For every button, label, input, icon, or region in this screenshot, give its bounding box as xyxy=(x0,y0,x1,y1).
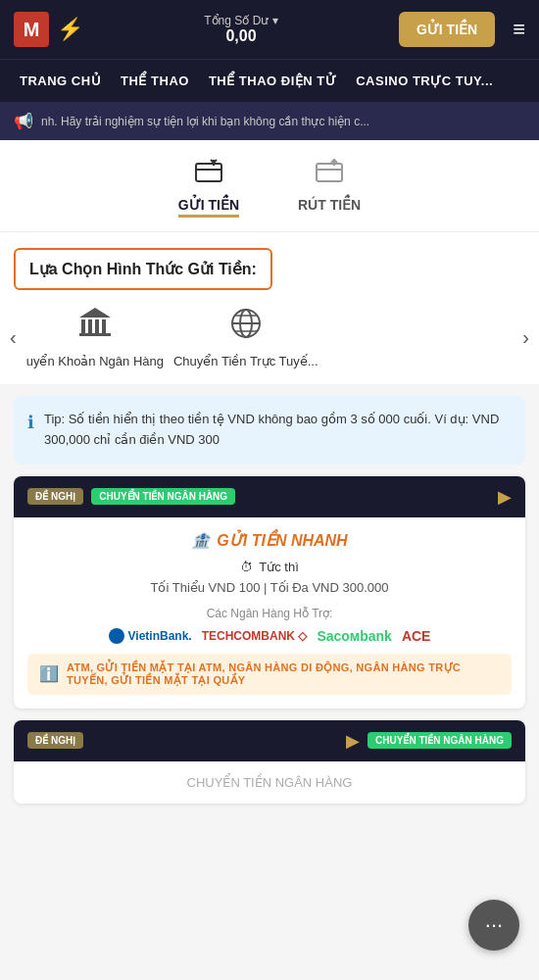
vietinbank-text: VietinBank. xyxy=(128,629,192,643)
section-label-wrap: Lựa Chọn Hình Thức Gửi Tiền: xyxy=(0,232,539,298)
badge-recommended-2: ĐỀ NGHỊ xyxy=(27,732,83,749)
balance-amount: 0,00 xyxy=(204,27,277,45)
card-2-corner: ▶ xyxy=(346,730,360,752)
tab-rut-tien[interactable]: RÚT TIỀN xyxy=(298,158,361,218)
svg-rect-6 xyxy=(81,319,85,333)
bank-techcombank: TECHCOMBANK ◇ xyxy=(202,629,308,643)
svg-rect-3 xyxy=(317,164,342,181)
max-amount: Tối Đa VND 300.000 xyxy=(270,580,389,595)
min-amount: Tối Thiểu VND 100 xyxy=(151,580,261,595)
card-2-content-placeholder: CHUYỂN TIỀN NGÂN HÀNG xyxy=(187,775,353,790)
badge-transfer-2: CHUYỂN TIỀN NGÂN HÀNG xyxy=(368,732,512,749)
nav-esports[interactable]: THỂ THAO ĐIỆN TỬ xyxy=(199,60,346,102)
card-corner-icon: ▶ xyxy=(498,486,512,508)
bank-sacombank: Sacoмbank xyxy=(317,628,392,644)
deposit-withdraw-tabs: GỬI TIỀN RÚT TIỀN xyxy=(0,140,539,232)
svg-rect-8 xyxy=(95,319,99,333)
card-title-bank-icon: 🏦 xyxy=(191,531,211,550)
deposit-button[interactable]: GỬI TIỀN xyxy=(399,12,495,47)
svg-rect-0 xyxy=(196,164,221,181)
speed-label: Tức thì xyxy=(259,560,299,574)
tip-text: Tip: Số tiền hiển thị theo tiền tệ VND k… xyxy=(44,410,512,451)
vietinbank-circle xyxy=(109,628,124,644)
nav-casino[interactable]: CASINO TRỰC TUY... xyxy=(346,60,503,102)
svg-rect-7 xyxy=(88,319,92,333)
badge-recommended: ĐỀ NGHỊ xyxy=(27,488,83,505)
banner-text: nh. Hãy trải nghiệm sự tiện lợi khi bạn … xyxy=(41,115,369,128)
svg-rect-9 xyxy=(102,319,106,333)
logo-flash: ⚡ xyxy=(57,17,83,42)
atm-info-text: ATM, GỬI TIỀN MẶT TẠI ATM, NGÂN HÀNG DI … xyxy=(67,662,500,687)
card-limits: Tối Thiểu VND 100 | Tối Đa VND 300.000 xyxy=(27,580,512,595)
rut-tien-label: RÚT TIỀN xyxy=(298,197,361,213)
tip-box: ℹ Tip: Số tiền hiển thị theo tiền tệ VND… xyxy=(14,396,525,465)
limit-separator: | xyxy=(264,580,267,595)
section-label: Lựa Chọn Hình Thức Gửi Tiền: xyxy=(14,248,272,290)
online-transfer-label: Chuyển Tiền Trực Tuyế... xyxy=(173,354,318,368)
header: M ⚡ Tổng Số Dư ▾ 0,00 GỬI TIỀN ≡ xyxy=(0,0,539,59)
info-icon: ℹ xyxy=(27,412,34,433)
speed-icon: ⏱ xyxy=(240,560,253,574)
badge-transfer: CHUYỂN TIỀN NGÂN HÀNG xyxy=(91,488,235,505)
carousel-right-arrow[interactable]: › xyxy=(513,326,539,349)
payment-card-1-header: ĐỀ NGHỊ CHUYỂN TIỀN NGÂN HÀNG ▶ xyxy=(14,476,525,517)
banks-label: Các Ngân Hàng Hỗ Trợ: xyxy=(27,607,512,620)
payment-card-2-header: ĐỀ NGHỊ ▶ CHUYỂN TIỀN NGÂN HÀNG xyxy=(14,720,525,761)
card-2-body: CHUYỂN TIỀN NGÂN HÀNG xyxy=(14,761,525,804)
card-title-text: GỬI TIỀN NHANH xyxy=(217,531,347,550)
atm-info: ℹ️ ATM, GỬI TIỀN MẶT TẠI ATM, NGÂN HÀNG … xyxy=(27,654,512,695)
carousel-item-online-transfer[interactable]: Chuyển Tiền Trực Tuyế... xyxy=(173,306,318,368)
tab-gui-tien[interactable]: GỬI TIỀN xyxy=(178,158,239,218)
rut-tien-icon xyxy=(315,158,344,191)
header-left: M ⚡ xyxy=(14,12,83,47)
atm-info-icon: ℹ️ xyxy=(39,664,59,683)
gui-tien-label: GỬI TIỀN xyxy=(178,197,239,213)
payment-card-fast-deposit: ĐỀ NGHỊ CHUYỂN TIỀN NGÂN HÀNG ▶ 🏦 GỬI TI… xyxy=(14,476,525,709)
banks-row: VietinBank. TECHCOMBANK ◇ Sacoмbank ACE xyxy=(27,628,512,644)
gui-tien-icon xyxy=(194,158,223,191)
carousel-left-arrow[interactable]: ‹ xyxy=(0,326,26,349)
header-center: Tổng Số Dư ▾ 0,00 xyxy=(204,14,277,45)
nav-home[interactable]: TRANG CHỦ xyxy=(10,60,111,102)
bank-vietinbank: VietinBank. xyxy=(109,628,192,644)
carousel-item-bank-transfer[interactable]: uyển Khoản Ngân Hàng xyxy=(26,306,164,368)
svg-marker-11 xyxy=(79,308,111,318)
main-nav: TRANG CHỦ THỂ THAO THỂ THAO ĐIỆN TỬ CASI… xyxy=(0,59,539,102)
bank-icon xyxy=(77,306,113,348)
globe-icon xyxy=(228,306,264,348)
bank-ace: ACE xyxy=(402,628,431,644)
payment-card-1-body: 🏦 GỬI TIỀN NHANH ⏱ Tức thì Tối Thiểu VND… xyxy=(14,517,525,709)
promo-banner: 📢 nh. Hãy trải nghiệm sự tiện lợi khi bạ… xyxy=(0,102,539,140)
logo-m: M xyxy=(14,12,49,47)
balance-label: Tổng Số Dư ▾ xyxy=(204,14,277,27)
megaphone-icon: 📢 xyxy=(14,112,33,130)
payment-card-2: ĐỀ NGHỊ ▶ CHUYỂN TIỀN NGÂN HÀNG CHUYỂN T… xyxy=(14,720,525,804)
card-speed-row: ⏱ Tức thì xyxy=(27,560,512,574)
carousel-items: uyển Khoản Ngân Hàng Chuyển Tiền Trực Tu… xyxy=(26,306,514,368)
payment-method-carousel: ‹ uyển Khoản Ngân Hàng xyxy=(0,298,539,384)
nav-sports[interactable]: THỂ THAO xyxy=(111,60,199,102)
bank-transfer-label: uyển Khoản Ngân Hàng xyxy=(26,354,164,368)
hamburger-icon[interactable]: ≡ xyxy=(513,17,525,42)
card-title: 🏦 GỬI TIỀN NHANH xyxy=(27,531,512,550)
svg-rect-10 xyxy=(79,333,111,336)
